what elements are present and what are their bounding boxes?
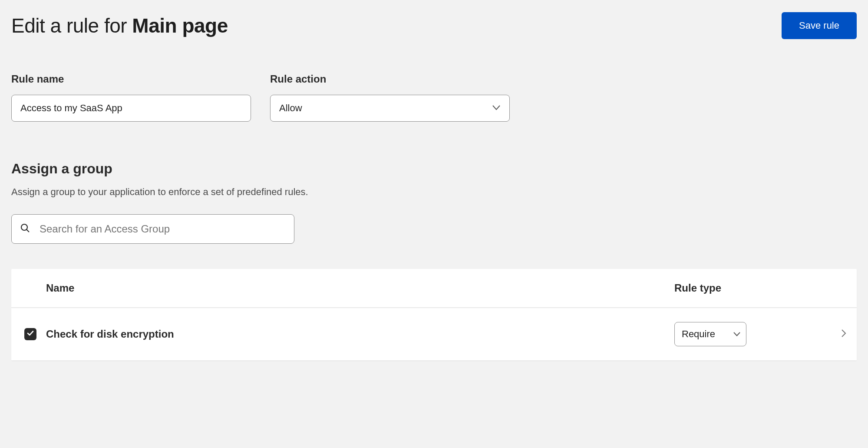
rule-action-select[interactable]: Allow (270, 95, 510, 122)
rule-action-value: Allow (279, 103, 302, 114)
assign-group-heading: Assign a group (11, 161, 857, 177)
column-header-rule-type: Rule type (674, 282, 831, 294)
rule-action-field-group: Rule action Allow (270, 73, 510, 122)
column-header-name: Name (46, 282, 674, 294)
access-group-table: Name Rule type Check for disk encryption… (11, 269, 857, 361)
page-title-bold: Main page (132, 14, 228, 37)
rule-action-label: Rule action (270, 73, 510, 85)
page-title: Edit a rule for Main page (11, 14, 228, 37)
access-group-search-input[interactable] (11, 214, 294, 244)
save-rule-button[interactable]: Save rule (782, 12, 857, 39)
table-row: Check for disk encryption Require (11, 308, 857, 361)
rule-name-label: Rule name (11, 73, 251, 85)
rule-name-field-group: Rule name (11, 73, 251, 122)
svg-line-1 (26, 229, 29, 232)
chevron-right-icon[interactable] (841, 329, 846, 339)
row-name: Check for disk encryption (46, 328, 174, 340)
rule-type-value: Require (682, 329, 715, 340)
row-checkbox[interactable] (24, 328, 36, 340)
page-title-prefix: Edit a rule for (11, 14, 132, 37)
search-icon (20, 223, 30, 235)
rule-name-input[interactable] (11, 95, 251, 122)
assign-group-description: Assign a group to your application to en… (11, 186, 857, 198)
table-header: Name Rule type (11, 269, 857, 308)
rule-type-select[interactable]: Require (674, 322, 746, 346)
check-icon (26, 329, 34, 339)
svg-point-0 (21, 224, 27, 230)
